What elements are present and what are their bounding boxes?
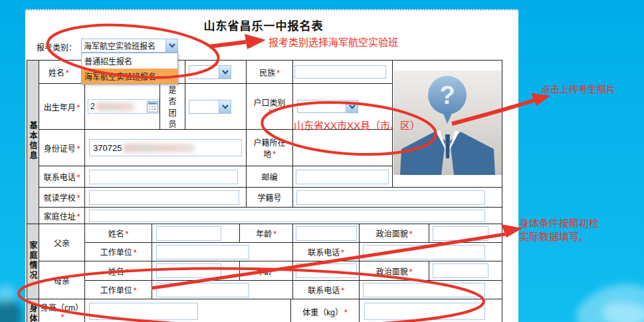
- studentid-label: 学籍号: [257, 194, 281, 203]
- svg-text:?: ?: [439, 81, 455, 109]
- league-select[interactable]: [189, 100, 231, 114]
- photo-upload-area[interactable]: ?: [393, 61, 502, 188]
- mother-age-input-cell: [293, 261, 360, 281]
- mother-name-input-cell: [152, 261, 240, 281]
- residence-label-cell: 户籍所在地*: [247, 130, 293, 166]
- weight-label-cell: 体重（kg）*: [291, 299, 360, 322]
- zip-input[interactable]: [296, 170, 389, 184]
- redacted-id-value: [123, 144, 195, 152]
- mother-label: 母亲: [54, 277, 70, 286]
- hukou-select[interactable]: [297, 100, 358, 113]
- desktop-splash: [599, 297, 644, 322]
- mother-age-input[interactable]: [296, 263, 357, 278]
- studentid-input-cell: [293, 188, 502, 208]
- mother-phone-input-cell: [360, 281, 502, 299]
- physical-condition-table: 身体条件 身高（cm）* 体重（kg）* 视力* 左 右 血压*: [27, 299, 502, 322]
- section-family-info: 家庭情况: [27, 224, 39, 299]
- address-input[interactable]: [89, 210, 485, 222]
- form-window: 山东省昌乐一中报名表 报考类别： 海军航空实验班报名 普通招生报名 海军航空实验…: [25, 9, 518, 322]
- father-age-input[interactable]: [296, 226, 357, 241]
- mother-phone-input[interactable]: [363, 283, 485, 297]
- height-label-cell: 身高（cm）*: [39, 299, 85, 322]
- section-basic-info: 基本信息: [27, 61, 39, 224]
- league-label-cell: 是否团员: [160, 84, 185, 130]
- zip-label: 邮编: [261, 173, 277, 182]
- hukou-select-cell: [293, 84, 393, 130]
- weight-input[interactable]: [364, 303, 485, 320]
- weight-label: 体重（kg）: [302, 308, 343, 317]
- mother-politics-input-cell: [429, 261, 502, 281]
- father-label-cell: 父亲: [39, 224, 85, 261]
- address-label: 家庭住址: [44, 212, 76, 222]
- father-politics-input[interactable]: [433, 226, 488, 241]
- page-title: 山东省昌乐一中报名表: [25, 17, 502, 33]
- ethnic-label: 民族: [259, 69, 275, 78]
- registration-form-table: 基本信息 姓名* 性别* 民族*: [27, 60, 502, 322]
- father-name-input-cell: [152, 224, 240, 243]
- arrowhead-photo: [531, 93, 550, 106]
- birth-date-input[interactable]: 2: [88, 99, 160, 114]
- weight-input-cell: [360, 299, 502, 322]
- ethnic-input-cell: [293, 61, 393, 84]
- mother-phone-label-cell: 联系电话*: [293, 281, 360, 299]
- id-number-input[interactable]: 370725: [89, 139, 242, 156]
- league-select-cell: [185, 84, 247, 130]
- father-politics-label-cell: 政治面貌*: [360, 224, 429, 243]
- gender-select[interactable]: [189, 65, 231, 79]
- chevron-down-icon[interactable]: [346, 100, 358, 112]
- school-input[interactable]: [89, 190, 239, 205]
- phone-input[interactable]: [89, 170, 238, 184]
- chevron-down-icon[interactable]: [219, 66, 231, 79]
- zip-input-cell: [293, 166, 393, 188]
- mother-politics-label-cell: 政治面貌*: [360, 261, 429, 281]
- address-label-cell: 家庭住址*: [39, 208, 85, 224]
- mother-work-input[interactable]: [156, 283, 249, 297]
- birth-input-cell: 2: [85, 84, 160, 130]
- father-phone-input-cell: [360, 243, 502, 261]
- father-age-label-cell: 年龄*: [240, 224, 293, 243]
- dropdown-option-normal[interactable]: 普通招生报名: [82, 53, 177, 69]
- height-input[interactable]: [89, 303, 198, 320]
- mother-label-cell: 母亲: [39, 261, 85, 299]
- id-input-cell: 370725: [85, 130, 247, 166]
- family-info-table: 家庭情况 父亲 姓名* 年龄* 政治面貌* 工作单位* 联系电话* 母亲 姓名*…: [27, 224, 502, 299]
- father-name-label-cell: 姓名*: [85, 224, 152, 243]
- zip-label-cell: 邮编: [247, 166, 293, 188]
- annotation-body-note: 身体条件按照初检 实际数据填写。: [519, 217, 632, 243]
- dropdown-option-navy[interactable]: 海军航空实验班报名: [82, 69, 177, 84]
- birth-label-cell: 出生年月*: [39, 84, 85, 130]
- chevron-down-icon[interactable]: [165, 39, 177, 52]
- school-label-cell: 就读学校*: [39, 188, 85, 208]
- apply-category-select[interactable]: 海军航空实验班报名: [81, 39, 178, 53]
- mother-work-input-cell: [152, 281, 293, 299]
- phone-label: 联系电话: [44, 173, 76, 182]
- id-label: 身份证号: [44, 144, 76, 154]
- father-name-input[interactable]: [156, 226, 221, 241]
- mother-politics-input[interactable]: [433, 263, 488, 278]
- desktop-splash: [570, 275, 644, 322]
- height-input-cell: [85, 299, 291, 322]
- father-phone-input[interactable]: [363, 245, 485, 259]
- father-work-input[interactable]: [156, 245, 249, 259]
- mother-age-label-cell: 年龄*: [240, 261, 293, 281]
- mother-name-input[interactable]: [156, 263, 221, 278]
- mother-name-label-cell: 姓名*: [85, 261, 152, 281]
- phone-input-cell: [85, 166, 247, 188]
- studentid-label-cell: 学籍号: [247, 188, 293, 208]
- chevron-down-icon[interactable]: [219, 100, 231, 113]
- redacted-birth-value: [96, 102, 135, 111]
- apply-category-value: 海军航空实验班报名: [82, 40, 165, 51]
- residence-label: 户籍所在地: [253, 138, 285, 159]
- residence-value-cell[interactable]: [293, 130, 393, 166]
- studentid-input[interactable]: [296, 190, 485, 205]
- gender-select-cell: [185, 61, 247, 84]
- calendar-icon[interactable]: [147, 101, 158, 112]
- ethnic-label-cell: 民族*: [247, 61, 293, 84]
- photo-placeholder-icon[interactable]: ?: [393, 71, 502, 175]
- apply-category-dropdown-list: 普通招生报名 海军航空实验班报名: [81, 53, 178, 84]
- basic-info-table: 基本信息 姓名* 性别* 民族*: [27, 60, 502, 224]
- school-label: 就读学校: [44, 194, 76, 203]
- hukou-label: 户口类别: [253, 98, 285, 108]
- id-label-cell: 身份证号*: [39, 130, 85, 166]
- ethnic-input[interactable]: [294, 65, 386, 79]
